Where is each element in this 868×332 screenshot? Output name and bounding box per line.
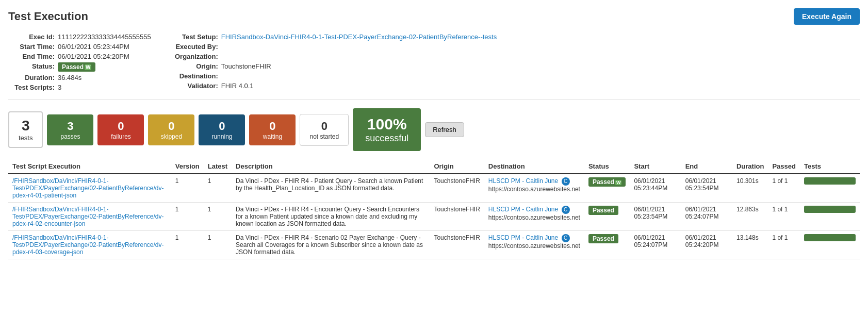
running-label: running [208, 133, 236, 140]
summary-bar: 3 tests 3 passes 0 failures 0 skipped 0 … [8, 108, 860, 151]
table-body: /FHIRSandbox/DaVinci/FHIR4-0-1-Test/PDEX… [8, 174, 860, 259]
status-cell: Passed [584, 203, 630, 231]
version-cell: 1 [171, 203, 204, 231]
col-start: Start [630, 159, 681, 174]
end-cell: 06/01/2021 05:24:07PM [681, 203, 732, 231]
summary-passes: 3 passes [47, 114, 93, 145]
dest-link[interactable]: HLSCD PM - Caitlin June [488, 234, 558, 241]
organization-row: Organization: [172, 53, 497, 60]
progress-bar-fill [804, 234, 856, 241]
duration-cell: 12.863s [732, 203, 768, 231]
latest-cell: 1 [204, 203, 232, 231]
validator-label: Validator: [172, 82, 218, 90]
script-cell: /FHIRSandbox/DaVinci/FHIR4-0-1-Test/PDEX… [8, 174, 171, 203]
origin-value: TouchstoneFHIR [221, 62, 271, 70]
failures-label: failures [107, 133, 135, 140]
destination-cell: HLSCD PM - Caitlin June C https://contos… [484, 203, 584, 231]
progress-bar-fill [804, 206, 856, 213]
progress-bar-fill [804, 177, 856, 185]
table-row: /FHIRSandbox/DaVinci/FHIR4-0-1-Test/PDEX… [8, 203, 860, 231]
c-badge: C [562, 234, 570, 242]
page-header: Test Execution Execute Again [8, 8, 860, 25]
script-link[interactable]: /FHIRSandbox/DaVinci/FHIR4-0-1-Test/PDEX… [12, 177, 167, 199]
status-row: Status: Passed [8, 62, 151, 72]
summary-total: 3 tests [8, 111, 43, 148]
status-badge: Passed [58, 62, 95, 72]
dest-link[interactable]: HLSCD PM - Caitlin June [488, 177, 558, 185]
end-time-value: 06/01/2021 05:24:20PM [58, 53, 129, 60]
organization-label: Organization: [172, 53, 218, 60]
progress-bar-wrap [804, 234, 856, 241]
passed-cell: 1 of 1 [768, 203, 800, 231]
meta-right: Test Setup: FHIRSandbox-DaVinci-FHIR4-0-… [172, 33, 497, 91]
test-setup-row: Test Setup: FHIRSandbox-DaVinci-FHIR4-0-… [172, 33, 497, 41]
c-badge: C [562, 206, 570, 214]
test-scripts-value: 3 [58, 84, 61, 91]
start-cell: 06/01/2021 05:23:54PM [630, 203, 681, 231]
end-time-label: End Time: [8, 53, 55, 60]
col-end: End [681, 159, 732, 174]
execute-again-button[interactable]: Execute Again [794, 8, 860, 25]
destination-label: Destination: [172, 72, 218, 80]
test-setup-label: Test Setup: [172, 33, 218, 41]
dest-url: https://contoso.azurewebsites.net [488, 242, 580, 250]
latest-cell: 1 [204, 231, 232, 259]
status-cell: Passed [584, 174, 630, 203]
description-cell: Da Vinci - PDex - FHIR R4 - Patient Quer… [232, 174, 430, 203]
executed-by-label: Executed By: [172, 43, 218, 51]
script-cell: /FHIRSandbox/DaVinci/FHIR4-0-1-Test/PDEX… [8, 203, 171, 231]
waiting-label: waiting [258, 133, 286, 140]
skipped-num: 0 [157, 120, 185, 133]
description-cell: Da Vinci - PDex - FHIR R4 - Encounter Qu… [232, 203, 430, 231]
description-cell: Da Vinci - PDex - FHIR R4 - Scenario 02 … [232, 231, 430, 259]
tests-cell [800, 203, 860, 231]
refresh-button[interactable]: Refresh [425, 122, 464, 137]
summary-skipped: 0 skipped [148, 114, 194, 145]
status-badge: Passed [588, 206, 618, 215]
status-badge: Passed [588, 177, 626, 187]
tests-cell [800, 174, 860, 203]
origin-row: Origin: TouchstoneFHIR [172, 62, 497, 70]
end-cell: 06/01/2021 05:24:20PM [681, 231, 732, 259]
dest-url: https://contoso.azurewebsites.net [488, 186, 580, 193]
version-cell: 1 [171, 231, 204, 259]
col-version: Version [171, 159, 204, 174]
success-pct: 100% [365, 115, 408, 133]
script-link[interactable]: /FHIRSandbox/DaVinci/FHIR4-0-1-Test/PDEX… [12, 234, 167, 256]
status-label: Status: [8, 62, 55, 72]
success-label: successful [365, 133, 408, 144]
col-destination: Destination [484, 159, 584, 174]
status-cell: Passed [584, 231, 630, 259]
duration-cell: 13.148s [732, 231, 768, 259]
passed-cell: 1 of 1 [768, 231, 800, 259]
table-row: /FHIRSandbox/DaVinci/FHIR4-0-1-Test/PDEX… [8, 174, 860, 203]
summary-waiting: 0 waiting [249, 114, 296, 145]
col-tests: Tests [800, 159, 860, 174]
skipped-label: skipped [157, 133, 185, 140]
destination-row: Destination: [172, 72, 497, 80]
latest-cell: 1 [204, 174, 232, 203]
duration-cell: 10.301s [732, 174, 768, 203]
running-num: 0 [208, 120, 236, 133]
dest-link[interactable]: HLSCD PM - Caitlin June [488, 206, 558, 213]
summary-not-started: 0 not started [300, 114, 349, 146]
dest-url: https://contoso.azurewebsites.net [488, 214, 580, 221]
start-time-value: 06/01/2021 05:23:44PM [58, 43, 129, 51]
end-time-row: End Time: 06/01/2021 05:24:20PM [8, 53, 151, 60]
progress-bar-wrap [804, 206, 856, 213]
results-table: Test Script Execution Version Latest Des… [8, 159, 860, 259]
script-cell: /FHIRSandbox/DaVinci/FHIR4-0-1-Test/PDEX… [8, 231, 171, 259]
exec-id-row: Exec Id: 1111222233333334445555555 [8, 33, 151, 41]
executed-by-row: Executed By: [172, 43, 497, 51]
script-link[interactable]: /FHIRSandbox/DaVinci/FHIR4-0-1-Test/PDEX… [12, 206, 167, 227]
tests-cell [800, 231, 860, 259]
origin-label: Origin: [172, 62, 218, 70]
test-setup-link[interactable]: FHIRSandbox-DaVinci-FHIR4-0-1-Test-PDEX-… [221, 33, 497, 41]
exec-id-value: 1111222233333334445555555 [58, 33, 151, 41]
col-passed: Passed [768, 159, 800, 174]
table-header: Test Script Execution Version Latest Des… [8, 159, 860, 174]
validator-row: Validator: FHIR 4.0.1 [172, 82, 497, 90]
col-description: Description [232, 159, 430, 174]
col-status: Status [584, 159, 630, 174]
not-started-num: 0 [309, 120, 339, 133]
